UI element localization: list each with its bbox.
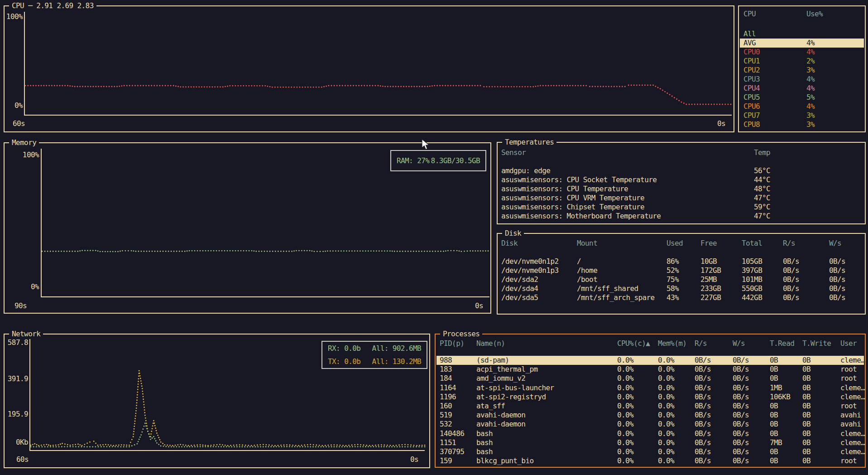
- process-cell: blkcg_punt_bio: [476, 456, 533, 465]
- disk-cell: 105GB: [742, 257, 762, 266]
- cpu-usage-value: 4%: [806, 75, 815, 84]
- process-row[interactable]: 370795bash0.0%0.0%0B/s0B/s0B0Bcleme…: [436, 447, 864, 456]
- memory-panel[interactable]: Memory 100% 0% 90s 0s RAM: 27% 8.3GB/30.…: [4, 142, 491, 314]
- process-column-header[interactable]: CPU%(c)▲: [617, 339, 650, 348]
- process-cell: root: [840, 365, 857, 374]
- process-cell: 0.0%: [617, 411, 633, 420]
- network-panel[interactable]: Network 587.8 391.9 195.9 0Kb 60s 0s RX:…: [4, 334, 430, 468]
- cpu-legend-row[interactable]: CPU23%: [740, 66, 864, 75]
- disk-panel[interactable]: Disk DiskMountUsedFreeTotalR/sW/s/dev/nv…: [497, 233, 866, 315]
- process-row[interactable]: 159blkcg_punt_bio0.0%0.0%0B/s0B/s0B0Broo…: [436, 456, 864, 465]
- ram-usage-badge: RAM: 27% 8.3GB/30.5GB: [390, 150, 486, 171]
- temperature-row: asuswmisensors: CPU VRM Temperature47°C: [499, 194, 864, 203]
- disk-cell: /boot: [577, 275, 597, 284]
- process-cell: (sd-pam): [476, 356, 509, 365]
- process-cell: 0B: [802, 420, 810, 429]
- process-row[interactable]: 988(sd-pam)0.0%0.0%0B/s0B/s0B0Bcleme…: [436, 356, 864, 365]
- temp-value: 44°C: [754, 175, 770, 184]
- process-row[interactable]: 184amd_iommu_v20.0%0.0%0B/s0B/s0B0Broot: [436, 374, 864, 383]
- process-column-header[interactable]: User: [840, 339, 857, 348]
- cpu-legend-row[interactable]: CPU34%: [740, 75, 864, 84]
- disk-cell: 25MB: [700, 275, 717, 284]
- network-rx-rate: RX: 0.0b: [328, 342, 360, 355]
- processes-panel[interactable]: Processes PID(p)Name(n)CPU%(c)▲Mem%(m)R/…: [435, 334, 866, 468]
- process-cell: 0B/s: [733, 411, 749, 420]
- process-cell: at-spi2-registryd: [476, 393, 546, 402]
- process-cell: 0B: [770, 356, 778, 365]
- process-cell: 0.0%: [617, 429, 633, 438]
- cpu-legend-panel[interactable]: CPUUse%AllAVG4%CPU04%CPU12%CPU23%CPU34%C…: [738, 5, 866, 132]
- process-cell: root: [840, 402, 857, 411]
- cpu-legend-row[interactable]: CPU83%: [740, 120, 864, 129]
- cpu-name: CPU2: [743, 66, 760, 75]
- process-row[interactable]: 1196at-spi2-registryd0.0%0.0%0B/s0B/s106…: [436, 393, 864, 402]
- process-cell: 0B: [770, 420, 778, 429]
- process-column-header[interactable]: PID(p): [440, 339, 464, 348]
- sensor-name: asuswmisensors: Motherboard Temperature: [501, 212, 661, 221]
- cpu-chart-panel[interactable]: CPU ─ 2.91 2.69 2.83 100% 0% 60s 0s: [4, 5, 734, 132]
- temp-value: 48°C: [754, 184, 770, 194]
- cpu-legend-row[interactable]: CPU44%: [740, 84, 864, 93]
- disk-cell: /: [577, 257, 581, 266]
- disk-cell: 10GB: [700, 257, 717, 266]
- process-row[interactable]: 140486bash0.0%0.0%0B/s0B/s0B0Bcleme…: [436, 429, 864, 438]
- process-cell: 0B/s: [695, 411, 711, 420]
- disk-cell: 0B/s: [783, 284, 799, 293]
- process-column-header[interactable]: Name(n): [476, 339, 505, 348]
- process-cell: 1MB: [770, 383, 782, 393]
- cpu-name: CPU1: [743, 57, 760, 66]
- cpu-legend-row[interactable]: CPU04%: [740, 48, 864, 57]
- process-cell: avahi: [840, 420, 861, 429]
- process-cell: 0.0%: [658, 402, 674, 411]
- process-row[interactable]: 519avahi-daemon0.0%0.0%0B/s0B/s0B0Bavahi: [436, 411, 864, 420]
- process-cell: cleme…: [840, 438, 865, 447]
- process-cell: 0B: [802, 356, 810, 365]
- cpu-title-separator: ─: [24, 1, 36, 10]
- cpu-legend-row[interactable]: AVG4%: [740, 39, 864, 48]
- cpu-legend-row[interactable]: CPU64%: [740, 102, 864, 111]
- cpu-legend-row[interactable]: All: [740, 29, 864, 39]
- process-row[interactable]: 532avahi-daemon0.0%0.0%0B/s0B/s0B0Bavahi: [436, 420, 864, 429]
- process-column-header[interactable]: W/s: [733, 339, 745, 348]
- process-row[interactable]: 183acpi_thermal_pm0.0%0.0%0B/s0B/s0B0Bro…: [436, 365, 864, 374]
- cpu-usage-value: 5%: [806, 93, 815, 102]
- cpu-legend-row[interactable]: CPU12%: [740, 57, 864, 66]
- process-cell: 532: [440, 420, 452, 429]
- cpu-usage-value: 4%: [806, 84, 815, 93]
- temperatures-panel[interactable]: Temperatures SensorTempamdgpu: edge56°Ca…: [497, 142, 866, 224]
- process-row[interactable]: 160ata_sff0.0%0.0%0B/s0B/s0B0Broot: [436, 402, 864, 411]
- disk-cell: 0B/s: [829, 266, 845, 275]
- disk-header: Mount: [577, 239, 597, 248]
- process-cell: amd_iommu_v2: [476, 374, 525, 383]
- disk-cell: 0B/s: [829, 293, 845, 302]
- process-column-header[interactable]: T.Write: [802, 339, 831, 348]
- disk-cell: /dev/nvme0n1p3: [501, 266, 558, 275]
- process-column-header[interactable]: Mem%(m): [658, 339, 686, 348]
- cpu-usage-value: 2%: [806, 57, 815, 66]
- cpu-legend-row[interactable]: CPU73%: [740, 111, 864, 120]
- disk-cell: /mnt/sff_arch_spare: [577, 293, 655, 302]
- cpu-legend-header-row: CPUUse%: [740, 10, 864, 19]
- processes-header-row[interactable]: PID(p)Name(n)CPU%(c)▲Mem%(m)R/sW/sT.Read…: [436, 339, 864, 348]
- disk-cell: 172GB: [700, 266, 721, 275]
- cpu-name: CPU6: [743, 102, 760, 111]
- process-cell: 0B: [770, 429, 778, 438]
- process-cell: 0B: [770, 447, 778, 456]
- process-cell: 0B/s: [733, 402, 749, 411]
- disk-cell: 0B/s: [783, 293, 799, 302]
- cpu-legend-row[interactable]: CPU55%: [740, 93, 864, 102]
- disk-header: Used: [667, 239, 683, 248]
- process-cell: 0B: [802, 402, 810, 411]
- process-cell: 0B/s: [695, 402, 711, 411]
- process-cell: 0.0%: [658, 420, 674, 429]
- disk-cell: /dev/nvme0n1p2: [501, 257, 558, 266]
- disk-cell: 0B/s: [829, 257, 845, 266]
- process-row[interactable]: 1151bash0.0%0.0%0B/s0B/s7MB0Bcleme…: [436, 438, 864, 447]
- process-cell: 519: [440, 411, 452, 420]
- disk-cell: 43%: [667, 293, 679, 302]
- process-column-header[interactable]: T.Read: [770, 339, 794, 348]
- disk-cell: 0B/s: [829, 284, 845, 293]
- process-column-header[interactable]: R/s: [695, 339, 707, 348]
- sensor-name: amdgpu: edge: [501, 166, 550, 175]
- process-row[interactable]: 1164at-spi-bus-launcher0.0%0.0%0B/s0B/s1…: [436, 383, 864, 393]
